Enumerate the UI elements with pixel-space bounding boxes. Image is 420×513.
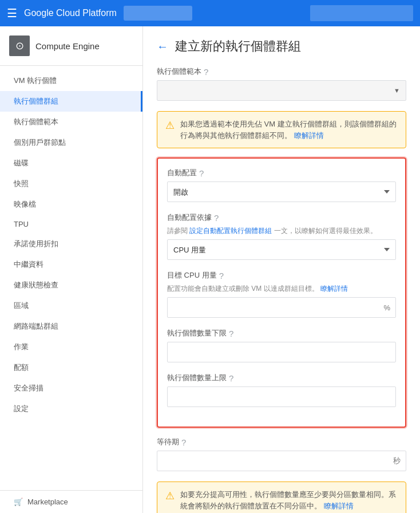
topbar-title: Google Cloud Platform [24, 8, 117, 18]
marketplace-label: Marketplace [27, 498, 68, 506]
sidebar-title: Compute Engine [35, 41, 100, 51]
sidebar-item-jobs[interactable]: 作業 [0, 337, 142, 357]
sidebar-item-instance-groups[interactable]: 執行個體群組 [0, 91, 142, 112]
instance-template-group: 執行個體範本 ? ▼ [157, 66, 406, 101]
autoscaling-basis-label: 自動配置依據 ? [167, 212, 396, 223]
cooldown-help-icon[interactable]: ? [181, 437, 186, 447]
project-selector[interactable] [124, 6, 192, 21]
autoscaling-basis-group: 自動配置依據 ? 請參閱 設定自動配置執行個體群組 一文，以瞭解如何選得最佳效果… [167, 212, 396, 260]
autoscaling-basis-sublabel: 請參閱 設定自動配置執行個體群組 一文，以瞭解如何選得最佳效果。 [167, 226, 396, 236]
sidebar-item-network-endpoint-groups[interactable]: 網路端點群組 [0, 316, 142, 337]
target-cpu-help-icon[interactable]: ? [219, 271, 224, 281]
main-content: ← 建立新的執行個體群組 執行個體範本 ? ▼ ⚠ 如果您透過範本使用先佔 VM… [143, 26, 420, 513]
sidebar: ⊙ Compute Engine VM 執行個體 執行個體群組 執行個體範本 個… [0, 26, 143, 513]
autoscaling-basis-help-icon[interactable]: ? [214, 213, 219, 223]
autoscaling-basis-link[interactable]: 設定自動配置執行個體群組 [189, 227, 272, 235]
sidebar-item-committed-use[interactable]: 承諾使用折扣 [0, 234, 142, 254]
sidebar-item-instance-templates[interactable]: 執行個體範本 [0, 112, 142, 132]
cooldown-input[interactable]: 60 [157, 451, 406, 471]
sidebar-item-disks[interactable]: 磁碟 [0, 153, 142, 173]
sidebar-item-health-checks[interactable]: 健康狀態檢查 [0, 275, 142, 295]
compute-engine-icon: ⊙ [9, 35, 30, 56]
sidebar-item-user-group-nodes[interactable]: 個別用戶群節點 [0, 132, 142, 153]
autoscaling-basis-select[interactable]: CPU 用量 HTTP 負載平衡使用量 Cloud Monitoring 指標 … [167, 239, 396, 260]
autoscaling-help-icon[interactable]: ? [199, 168, 204, 178]
sidebar-nav: VM 執行個體 執行個體群組 執行個體範本 個別用戶群節點 磁碟 快照 映像檔 … [0, 66, 142, 424]
max-instances-label: 執行個體數量上限 ? [167, 373, 396, 383]
autoscaling-basis-select-wrapper: CPU 用量 HTTP 負載平衡使用量 Cloud Monitoring 指標 … [167, 239, 396, 260]
sidebar-item-vm-instances[interactable]: VM 執行個體 [0, 70, 142, 91]
sidebar-item-quotas[interactable]: 配額 [0, 357, 142, 378]
topbar: ☰ Google Cloud Platform [0, 0, 420, 26]
min-instances-label: 執行個體數量下限 ? [167, 328, 396, 338]
warning-icon-1: ⚠ [165, 119, 175, 132]
instance-template-help-icon[interactable]: ? [204, 67, 208, 77]
max-instances-help-icon[interactable]: ? [229, 373, 233, 383]
warning-icon-2: ⚠ [165, 490, 175, 502]
autoscaling-group: 自動配置 ? 開啟 關閉 [167, 168, 396, 202]
autoscaling-highlight-box: 自動配置 ? 開啟 關閉 自動配置依據 ? 請參閱 設定 [157, 157, 406, 428]
cooldown-input-wrapper: 60 秒 [157, 451, 406, 471]
instance-template-label: 執行個體範本 ? [157, 66, 406, 77]
cooldown-label: 等待期 ? [157, 437, 406, 447]
sidebar-item-settings[interactable]: 設定 [0, 398, 142, 419]
warning-box-2: ⚠ 如要充分提高可用性，執行個體數量應至少要與分區數量相同。系統會將額外的執行個… [157, 482, 406, 513]
target-cpu-group: 目標 CPU 用量 ? 配置功能會自動建立或刪除 VM 以達成群組目標。 瞭解詳… [167, 270, 396, 318]
min-instances-input[interactable]: 1 [167, 342, 396, 362]
search-bar[interactable] [310, 5, 413, 21]
target-cpu-sublabel: 配置功能會自動建立或刪除 VM 以達成群組目標。 瞭解詳情 [167, 284, 396, 294]
sidebar-item-zones[interactable]: 區域 [0, 295, 142, 316]
max-instances-group: 執行個體數量上限 ? 4 [167, 373, 396, 407]
sidebar-item-images[interactable]: 映像檔 [0, 194, 142, 215]
sidebar-item-security-scanning[interactable]: 安全掃描 [0, 378, 142, 398]
warning1-link[interactable]: 瞭解詳情 [294, 131, 324, 140]
autoscaling-label: 自動配置 ? [167, 168, 396, 178]
marketplace-icon: 🛒 [14, 498, 23, 506]
sidebar-item-tpu[interactable]: TPU [0, 215, 142, 234]
warning-text-1: 如果您透過範本使用先佔 VM 建立執行個體群組，則該個體群組的行為將與其他執行個… [180, 119, 398, 141]
back-button[interactable]: ← [157, 40, 168, 53]
autoscaling-select-wrapper: 開啟 關閉 [167, 181, 396, 202]
warning-text-2: 如要充分提高可用性，執行個體數量應至少要與分區數量相同。系統會將額外的執行個體放… [180, 489, 398, 511]
sidebar-header: ⊙ Compute Engine [0, 26, 142, 66]
autoscaling-select[interactable]: 開啟 關閉 [167, 181, 396, 202]
warning2-link[interactable]: 瞭解詳情 [324, 502, 354, 510]
page-title: 建立新的執行個體群組 [175, 38, 301, 55]
sidebar-item-snapshots[interactable]: 快照 [0, 173, 142, 194]
target-cpu-input[interactable]: 60 [167, 297, 396, 318]
page-header: ← 建立新的執行個體群組 [157, 38, 406, 55]
cooldown-group: 等待期 ? 60 秒 [157, 437, 406, 471]
main-layout: ⊙ Compute Engine VM 執行個體 執行個體群組 執行個體範本 個… [0, 26, 420, 513]
target-cpu-label: 目標 CPU 用量 ? [167, 270, 396, 281]
warning-box-1: ⚠ 如果您透過範本使用先佔 VM 建立執行個體群組，則該個體群組的行為將與其他執… [157, 111, 406, 148]
min-instances-help-icon[interactable]: ? [229, 329, 233, 338]
sidebar-footer-marketplace[interactable]: 🛒 Marketplace [0, 490, 143, 513]
target-cpu-input-wrapper: 60 % [167, 297, 396, 318]
target-cpu-link[interactable]: 瞭解詳情 [320, 285, 348, 293]
sidebar-item-metadata[interactable]: 中繼資料 [0, 254, 142, 275]
min-instances-group: 執行個體數量下限 ? 1 [167, 328, 396, 362]
menu-icon[interactable]: ☰ [7, 6, 17, 20]
max-instances-input[interactable]: 4 [167, 386, 396, 407]
